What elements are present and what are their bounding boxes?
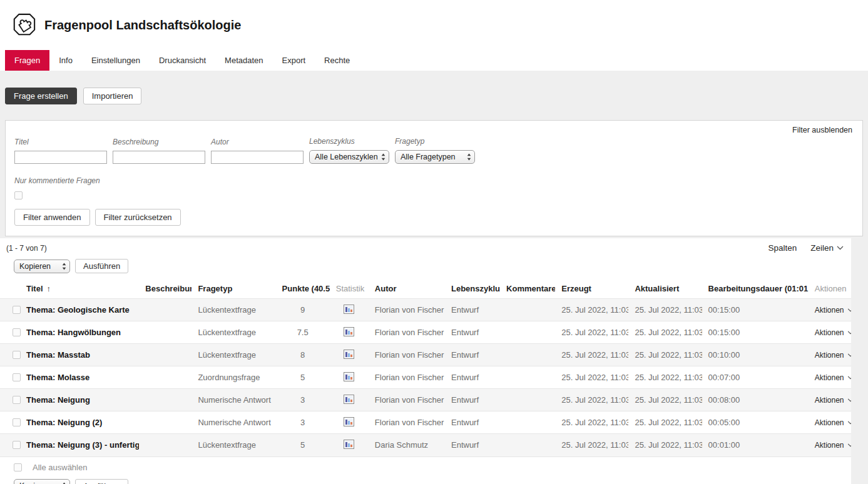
question-title-link[interactable]: Thema: Neigung (2) [26, 418, 102, 427]
tab-rechte[interactable]: Rechte [315, 50, 359, 71]
row-actions-dropdown[interactable]: Aktionen [815, 328, 851, 337]
kommentare-cell [500, 344, 555, 366]
column-header-kommentare[interactable]: Kommentare [506, 284, 555, 293]
bar-chart-icon[interactable] [344, 374, 354, 383]
row-actions-dropdown[interactable]: Aktionen [815, 351, 851, 360]
autor-cell: Florian von Fischer [369, 366, 445, 389]
column-header-lebenszyklus[interactable]: Lebenszyklus [451, 284, 500, 293]
row-checkbox[interactable] [13, 306, 21, 314]
execute-button-top[interactable]: Ausführen [75, 259, 128, 273]
filter-description-input[interactable] [113, 151, 205, 164]
fragetyp-cell: Lückentextfrage [191, 344, 275, 366]
column-header-bearbeitungsdauer-01-01-00[interactable]: Bearbeitungsdauer (01:01:00) [708, 284, 809, 293]
column-header-aktualisiert[interactable]: Aktualisiert [635, 284, 679, 293]
aktualisiert-cell: 25. Jul 2022, 11:03 [628, 366, 702, 389]
question-title-link[interactable]: Thema: Neigung (3) - unfertig [26, 440, 139, 450]
question-title-link[interactable]: Thema: Molasse [26, 373, 89, 382]
row-actions-label: Aktionen [815, 441, 844, 450]
row-checkbox[interactable] [13, 351, 21, 359]
fragetyp-cell: Numerische Antwort [191, 411, 275, 434]
points-cell: 5 [276, 366, 330, 389]
hide-filter-link[interactable]: Filter ausblenden [792, 126, 852, 134]
filter-lifecycle-select[interactable]: Alle Lebenszyklen [309, 150, 389, 164]
points-cell: 3 [276, 389, 330, 411]
lebenszyklus-cell: Entwurf [445, 299, 500, 321]
filter-commented-checkbox[interactable] [14, 191, 23, 199]
row-checkbox[interactable] [13, 396, 21, 404]
beschreibung-cell [139, 321, 191, 344]
apply-filter-button[interactable]: Filter anwenden [14, 209, 90, 226]
filter-qtype-value: Alle Fragetypen [401, 153, 456, 161]
tab-export[interactable]: Export [273, 50, 315, 71]
filter-qtype-select[interactable]: Alle Fragetypen [395, 150, 475, 164]
table-header-row: Titel↑BeschreibungFragetypPunkte (40.5)S… [0, 278, 851, 299]
column-header-autor[interactable]: Autor [375, 284, 397, 293]
row-actions-dropdown[interactable]: Aktionen [815, 396, 851, 405]
bearbeitungsdauer-cell: 00:08:00 [702, 389, 809, 411]
execute-button-bottom[interactable]: Ausführen [75, 479, 128, 484]
row-checkbox[interactable] [13, 441, 21, 449]
filter-commented-label: Nur kommentierte Fragen [14, 176, 100, 185]
select-all-checkbox[interactable] [14, 463, 22, 471]
import-button[interactable]: Importieren [83, 88, 142, 104]
bar-chart-icon[interactable] [344, 419, 354, 428]
row-checkbox[interactable] [13, 418, 21, 426]
row-actions-dropdown[interactable]: Aktionen [815, 306, 851, 315]
column-header-fragetyp[interactable]: Fragetyp [198, 284, 232, 293]
question-title-link[interactable]: Thema: Masstab [26, 350, 90, 360]
beschreibung-cell [139, 344, 191, 366]
bulk-action-select-bottom[interactable]: Kopieren [14, 479, 70, 484]
chevron-down-icon [847, 376, 851, 380]
filter-title-input[interactable] [14, 151, 107, 164]
beschreibung-cell [139, 389, 191, 411]
page: Fragenpool Landschaftsökologie FragenInf… [0, 0, 868, 484]
create-question-button[interactable]: Frage erstellen [5, 88, 77, 104]
fragetyp-cell: Lückentextfrage [191, 321, 275, 344]
row-actions-label: Aktionen [815, 373, 844, 382]
fragetyp-cell: Lückentextfrage [191, 434, 275, 456]
tab-metadaten[interactable]: Metadaten [215, 50, 272, 71]
checkbox-column-header [0, 278, 23, 299]
table-row: Thema: HangwölbungenLückentextfrage7.5Fl… [0, 321, 851, 344]
column-header-erzeugt[interactable]: Erzeugt [561, 284, 591, 293]
column-header-punkte-40-5[interactable]: Punkte (40.5) [282, 284, 330, 293]
question-title-link[interactable]: Thema: Geologische Karte [26, 305, 130, 315]
bar-chart-icon[interactable] [344, 441, 354, 451]
bar-chart-icon[interactable] [344, 306, 354, 316]
row-actions-dropdown[interactable]: Aktionen [815, 441, 851, 450]
question-title-link[interactable]: Thema: Neigung [26, 395, 90, 405]
bulk-action-select-top[interactable]: Kopieren [14, 260, 70, 273]
question-title-link[interactable]: Thema: Hangwölbungen [26, 328, 121, 337]
columns-selector[interactable]: Spalten [768, 243, 797, 253]
tab-einstellungen[interactable]: Einstellungen [82, 50, 150, 71]
result-range-top: (1 - 7 von 7) [6, 244, 47, 253]
rows-selector[interactable]: Zeilen [810, 243, 844, 253]
row-actions-dropdown[interactable]: Aktionen [815, 373, 851, 382]
page-title: Fragenpool Landschaftsökologie [44, 18, 241, 33]
bar-chart-icon[interactable] [344, 351, 354, 361]
row-actions-label: Aktionen [815, 351, 844, 360]
autor-cell: Florian von Fischer [369, 321, 445, 344]
bearbeitungsdauer-cell: 00:10:00 [702, 344, 809, 366]
row-actions-label: Aktionen [815, 418, 844, 427]
erzeugt-cell: 25. Jul 2022, 11:03 [555, 366, 628, 389]
chevron-down-icon [847, 308, 851, 312]
row-checkbox[interactable] [13, 328, 21, 336]
column-header-beschreibung[interactable]: Beschreibung [145, 284, 191, 293]
toolbar: Frage erstellen Importieren [0, 71, 868, 120]
tab-fragen[interactable]: Fragen [5, 50, 49, 71]
bar-chart-icon[interactable] [344, 329, 354, 338]
bar-chart-icon[interactable] [344, 396, 354, 406]
tab-info[interactable]: Info [49, 50, 82, 71]
reset-filter-button[interactable]: Filter zurücksetzen [95, 209, 181, 226]
erzeugt-cell: 25. Jul 2022, 11:03 [555, 434, 628, 456]
tab-druckansicht[interactable]: Druckansicht [150, 50, 215, 71]
row-actions-dropdown[interactable]: Aktionen [815, 418, 851, 427]
tab-bar: FragenInfoEinstellungenDruckansichtMetad… [0, 50, 868, 71]
erzeugt-cell: 25. Jul 2022, 11:03 [555, 299, 628, 321]
bearbeitungsdauer-cell: 00:05:00 [702, 411, 809, 434]
filter-author-input[interactable] [211, 151, 304, 164]
column-header-titel[interactable]: Titel [26, 284, 43, 293]
points-cell: 8 [276, 344, 330, 366]
row-checkbox[interactable] [13, 373, 21, 381]
